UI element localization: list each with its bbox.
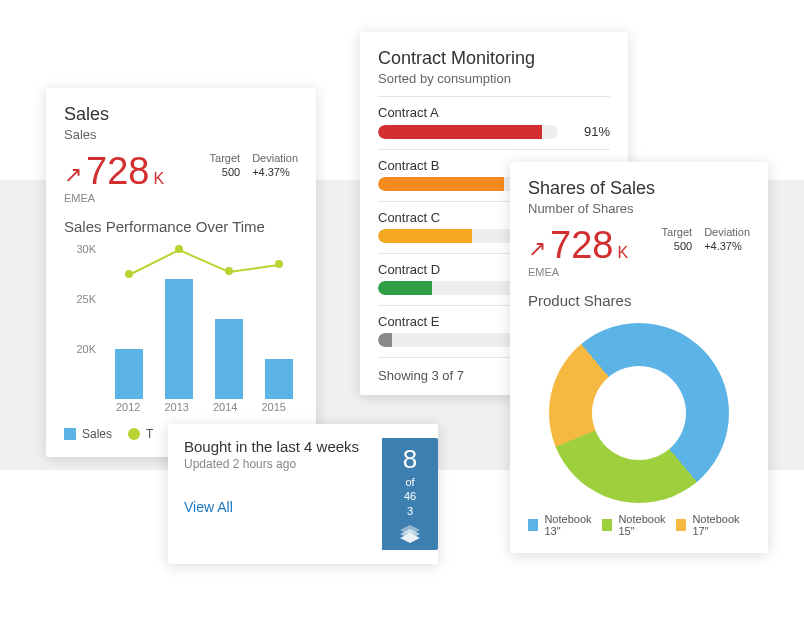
- legend-item: Notebook 13": [528, 513, 602, 537]
- target-value: 500: [658, 240, 692, 252]
- target-label: Target: [658, 226, 692, 238]
- progress-fill: [378, 125, 542, 139]
- progress-percent: 91%: [584, 124, 610, 139]
- view-all-link[interactable]: View All: [184, 499, 382, 515]
- count-total: 46: [404, 489, 416, 503]
- arrow-up-icon: ↗: [64, 162, 82, 188]
- count-value: 8: [403, 444, 417, 475]
- y-tick: 25K: [76, 293, 96, 305]
- shares-subtitle: Number of Shares: [528, 201, 750, 216]
- shares-title: Shares of Sales: [528, 178, 750, 199]
- x-tick: 2013: [153, 401, 202, 419]
- shares-kpi-value: 728: [550, 226, 613, 264]
- legend-item: Notebook 15": [602, 513, 676, 537]
- progress-fill: [378, 333, 392, 347]
- shares-section-title: Product Shares: [528, 292, 750, 309]
- chart-line: [229, 264, 279, 273]
- shares-legend: Notebook 13" Notebook 15" Notebook 17": [528, 513, 750, 537]
- shares-target-deviation: Target Deviation 500 +4.37%: [658, 226, 750, 252]
- sales-title: Sales: [64, 104, 298, 125]
- legend-label: T: [146, 427, 153, 441]
- circle-icon: [128, 428, 140, 440]
- sales-subtitle: Sales: [64, 127, 298, 142]
- legend-label: Sales: [82, 427, 112, 441]
- y-tick: 20K: [76, 343, 96, 355]
- square-icon: [528, 519, 538, 531]
- square-icon: [676, 519, 686, 531]
- deviation-label: Deviation: [704, 226, 750, 238]
- target-label: Target: [206, 152, 240, 164]
- legend-item: Sales: [64, 427, 112, 441]
- progress-fill: [378, 177, 504, 191]
- chart-bar: [265, 359, 293, 399]
- sales-region: EMEA: [64, 192, 298, 204]
- contract-row: Contract A91%: [378, 96, 610, 149]
- count-extra: 3: [407, 504, 413, 518]
- legend-label: Notebook 17": [692, 513, 750, 537]
- contracts-title: Contract Monitoring: [378, 48, 610, 69]
- chart-line: [179, 249, 230, 273]
- progress-track: [378, 125, 558, 139]
- x-tick: 2015: [250, 401, 299, 419]
- sales-kpi-value: 728: [86, 152, 149, 190]
- legend-item: Notebook 17": [676, 513, 750, 537]
- contracts-subtitle: Sorted by consumption: [378, 71, 610, 86]
- target-value: 500: [206, 166, 240, 178]
- sales-kpi-unit: K: [153, 170, 164, 188]
- chart-bar: [165, 279, 193, 399]
- shares-region: EMEA: [528, 266, 750, 278]
- progress-fill: [378, 281, 432, 295]
- bought-card: Bought in the last 4 weeks Updated 2 hou…: [168, 424, 438, 564]
- chart-point: [225, 267, 233, 275]
- arrow-up-icon: ↗: [528, 236, 546, 262]
- chart-bar: [115, 349, 143, 399]
- chart-point: [125, 270, 133, 278]
- legend-label: Notebook 15": [618, 513, 676, 537]
- y-tick: 30K: [76, 243, 96, 255]
- sales-bar-chart: 30K25K20K 2012201320142015: [64, 249, 298, 419]
- shares-kpi-unit: K: [617, 244, 628, 262]
- square-icon: [602, 519, 612, 531]
- chart-point: [175, 245, 183, 253]
- bought-subtitle: Updated 2 hours ago: [184, 457, 382, 471]
- product-shares-donut: [549, 323, 729, 503]
- layers-icon: [396, 524, 424, 544]
- sales-kpi: ↗ 728 K: [64, 152, 164, 190]
- deviation-value: +4.37%: [704, 240, 742, 252]
- bought-title: Bought in the last 4 weeks: [184, 438, 382, 455]
- chart-point: [275, 260, 283, 268]
- x-tick: 2012: [104, 401, 153, 419]
- legend-label: Notebook 13": [544, 513, 602, 537]
- deviation-value: +4.37%: [252, 166, 290, 178]
- deviation-label: Deviation: [252, 152, 298, 164]
- x-tick: 2014: [201, 401, 250, 419]
- count-badge: 8 of 46 3: [382, 438, 438, 550]
- sales-target-deviation: Target Deviation 500 +4.37%: [206, 152, 298, 178]
- sales-card: Sales Sales ↗ 728 K Target Deviation 500…: [46, 88, 316, 457]
- progress-fill: [378, 229, 472, 243]
- legend-item: T: [128, 427, 153, 441]
- chart-line: [129, 249, 180, 276]
- shares-kpi: ↗ 728 K: [528, 226, 628, 264]
- contract-name: Contract A: [378, 105, 610, 120]
- square-icon: [64, 428, 76, 440]
- shares-card: Shares of Sales Number of Shares ↗ 728 K…: [510, 162, 768, 553]
- sales-section-title: Sales Performance Over Time: [64, 218, 298, 235]
- count-of: of: [405, 475, 414, 489]
- chart-bar: [215, 319, 243, 399]
